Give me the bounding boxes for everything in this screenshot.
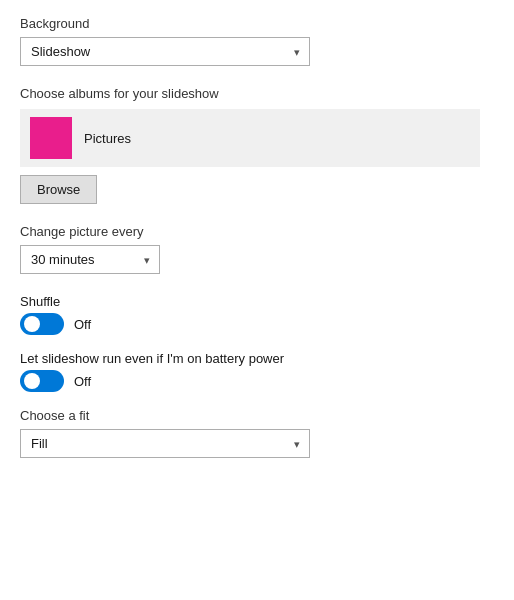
change-picture-label: Change picture every	[20, 224, 494, 239]
shuffle-title: Shuffle	[20, 294, 494, 309]
fit-section: Choose a fit Fill ▾	[20, 408, 494, 458]
shuffle-toggle-row: Off	[20, 313, 494, 335]
shuffle-toggle[interactable]	[20, 313, 64, 335]
battery-toggle[interactable]	[20, 370, 64, 392]
album-thumbnail	[30, 117, 72, 159]
background-dropdown[interactable]: Slideshow	[20, 37, 310, 66]
browse-button[interactable]: Browse	[20, 175, 97, 204]
interval-dropdown-wrapper[interactable]: 30 minutes ▾	[20, 245, 160, 274]
background-dropdown-wrapper[interactable]: Slideshow ▾	[20, 37, 310, 66]
shuffle-thumb	[24, 316, 40, 332]
background-section: Background Slideshow ▾	[20, 16, 494, 66]
fit-dropdown[interactable]: Fill	[20, 429, 310, 458]
album-name: Pictures	[84, 131, 131, 146]
fit-dropdown-wrapper[interactable]: Fill ▾	[20, 429, 310, 458]
change-picture-section: Change picture every 30 minutes ▾	[20, 224, 494, 274]
background-label: Background	[20, 16, 494, 31]
shuffle-state-label: Off	[74, 317, 91, 332]
fit-label: Choose a fit	[20, 408, 494, 423]
battery-toggle-row: Off	[20, 370, 494, 392]
battery-section: Let slideshow run even if I'm on battery…	[20, 351, 494, 392]
shuffle-track	[20, 313, 64, 335]
battery-title: Let slideshow run even if I'm on battery…	[20, 351, 494, 366]
shuffle-section: Shuffle Off	[20, 294, 494, 335]
battery-track	[20, 370, 64, 392]
battery-state-label: Off	[74, 374, 91, 389]
battery-thumb	[24, 373, 40, 389]
album-item: Pictures	[20, 109, 480, 167]
albums-label: Choose albums for your slideshow	[20, 86, 494, 101]
albums-section: Choose albums for your slideshow Picture…	[20, 86, 494, 204]
interval-dropdown[interactable]: 30 minutes	[20, 245, 160, 274]
